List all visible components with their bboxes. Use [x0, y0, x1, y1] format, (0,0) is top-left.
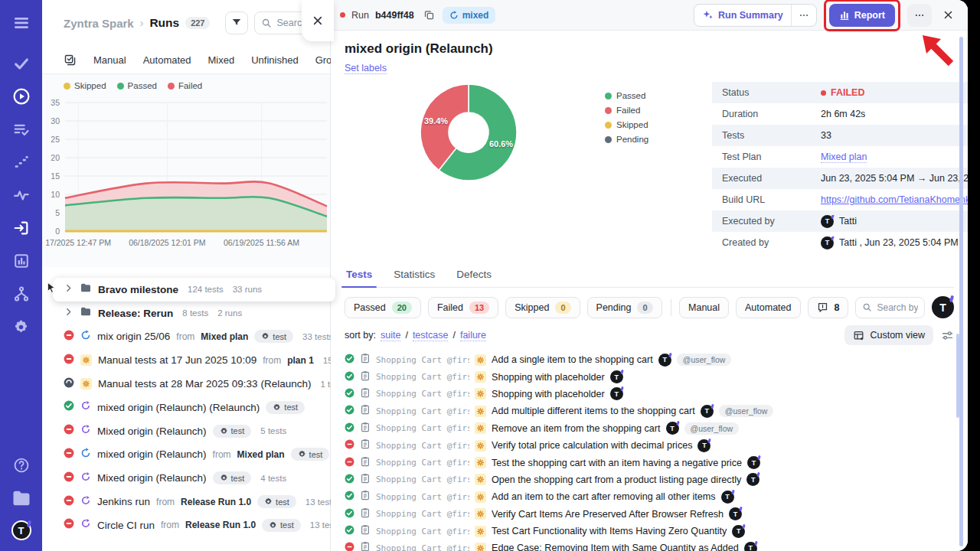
run-group-row[interactable]: Release: Rerun8 tests2 runs	[42, 302, 330, 325]
tab-manual[interactable]: Manual	[93, 54, 126, 66]
run-group-row[interactable]: Bravo milestone124 tests33 runs	[53, 278, 335, 302]
tab-statistics[interactable]: Statistics	[392, 264, 436, 287]
test-row[interactable]: Shopping Cart @firs...Edge Case: Removin…	[345, 540, 954, 551]
test-row[interactable]: Shopping Cart @firs...Verify total price…	[345, 437, 954, 454]
custom-view-button[interactable]: Custom view	[844, 325, 933, 345]
report-button[interactable]: Report	[829, 4, 895, 27]
passed-status-icon	[345, 370, 354, 384]
from-label: from	[176, 331, 194, 342]
refresh-blue-icon	[80, 448, 91, 461]
filter-pending-button[interactable]: Pending0	[587, 297, 662, 318]
run-row[interactable]: Manual tests at 28 Mar 2025 09:33 (Relau…	[42, 372, 330, 396]
run-row[interactable]: mixed origin (Relaunch)fromMixed plantes…	[42, 443, 330, 467]
tab-defects[interactable]: Defects	[455, 264, 493, 287]
run-row[interactable]: Jenkins runfromRelease Run 1.0test13 tes…	[42, 490, 330, 514]
refresh-icon	[449, 11, 459, 20]
pulse-icon[interactable]	[11, 184, 32, 206]
sidebar: T	[0, 0, 42, 551]
folder-icon[interactable]	[11, 487, 32, 509]
manual-test-icon	[475, 474, 486, 485]
test-row[interactable]: Shopping Cart @firs...Test the shopping …	[345, 454, 954, 471]
page-scrollbar[interactable]	[959, 37, 963, 546]
filter-button[interactable]	[225, 11, 248, 34]
assignee-avatar: T	[697, 439, 710, 452]
test-row[interactable]: Shopping Cart @firs...Open the shopping …	[345, 471, 954, 488]
steps-icon[interactable]	[11, 152, 32, 173]
close-icon	[942, 9, 954, 21]
help-icon[interactable]	[11, 455, 32, 476]
test-row[interactable]: Shopping Cart @firs...Test Cart Function…	[345, 523, 954, 540]
plan-link[interactable]: Mixed plan	[201, 331, 248, 342]
run-type-badge[interactable]: mixed	[443, 7, 496, 24]
test-row[interactable]: Shopping Cart @firs...Verify Cart Items …	[345, 506, 954, 523]
sparkles-icon	[702, 9, 714, 21]
test-plan-link[interactable]: Mixed plan	[821, 152, 867, 163]
filter-passed-button[interactable]: Passed20	[345, 297, 421, 318]
run-name: Mixed origin (Relaunch)	[97, 425, 207, 437]
filter-count-badge: 0	[555, 302, 570, 314]
run-row[interactable]: mixed origin (Relaunch) (Relaunch)test	[42, 396, 330, 419]
test-suite-path: Shopping Cart @firs...	[376, 389, 469, 399]
panel-close-button[interactable]	[302, 0, 334, 41]
test-row[interactable]: Shopping Cart @firs...Add a single item …	[345, 351, 954, 368]
plan-link[interactable]: Release Run 1.0	[185, 520, 256, 530]
menu-icon[interactable]	[11, 12, 32, 34]
plan-link[interactable]: plan 1	[287, 355, 314, 366]
check-icon[interactable]	[11, 53, 32, 74]
list-check-icon[interactable]	[11, 119, 32, 140]
tests-search[interactable]	[855, 297, 925, 318]
close-run-button[interactable]	[939, 6, 957, 24]
sort-by-suite[interactable]: suite	[381, 330, 400, 341]
test-row[interactable]: Shopping Cart @firs...Add an item to the…	[345, 488, 954, 505]
chevron-right-icon[interactable]	[64, 282, 74, 296]
user-avatar[interactable]: T	[11, 520, 31, 540]
more-actions-button[interactable]	[907, 4, 932, 27]
filter-automated-button[interactable]: Automated	[736, 297, 800, 318]
plan-link[interactable]: Mixed plan	[237, 449, 285, 460]
filter-count-badge: 0	[637, 302, 652, 314]
run-row[interactable]: mix origin 25/06fromMixed plantest33 tes…	[42, 325, 330, 349]
plan-link[interactable]: Release Run 1.0	[181, 497, 251, 507]
test-row[interactable]: Shopping Cart @firs...Shopping with plac…	[345, 386, 954, 403]
manual-test-icon	[475, 526, 486, 537]
tab-unfinished[interactable]: Unfinished	[251, 54, 298, 66]
group-tests-count: 124 tests	[188, 285, 224, 294]
run-row[interactable]: Mixed origin (Relaunch)test4 tests	[42, 466, 330, 490]
run-row[interactable]: Mixed origin (Relaunch)test5 tests	[42, 419, 330, 443]
set-labels-link[interactable]: Set labels	[345, 63, 387, 74]
select-all-icon[interactable]	[64, 54, 77, 67]
build-url-link[interactable]: https://github.com/TetianaKhomenko/Load-…	[821, 194, 968, 205]
run-tests-count: 5 tests	[260, 426, 286, 435]
chart-box-icon[interactable]	[11, 250, 32, 272]
import-box-icon[interactable]	[11, 217, 32, 239]
assignee-avatar[interactable]: T	[932, 296, 954, 318]
sort-by-failure[interactable]: failure	[460, 330, 486, 341]
filter-skipped-button[interactable]: Skipped0	[505, 297, 580, 318]
filter-manual-button[interactable]: Manual	[679, 297, 729, 318]
detail-value: FAILED	[821, 87, 864, 98]
sort-by-testcase[interactable]: testcase	[413, 330, 449, 341]
test-row[interactable]: Shopping Cart @firs...Shopping with plac…	[345, 368, 954, 385]
branch-icon[interactable]	[11, 283, 32, 305]
test-row[interactable]: Shopping Cart @firs...Remove an item fro…	[345, 420, 954, 437]
tab-tests[interactable]: Tests	[345, 264, 374, 287]
run-summary-button[interactable]: Run Summary	[694, 5, 791, 26]
tests-search-input[interactable]	[877, 302, 918, 313]
chevron-right-icon[interactable]	[64, 306, 74, 320]
comments-filter-button[interactable]: 8	[808, 297, 849, 318]
breadcrumb-project[interactable]: Zyntra Spark	[64, 17, 134, 30]
play-circle-icon[interactable]	[11, 86, 32, 107]
detail-value: Jun 23, 2025 5:04 PM → Jun 23, 2025 5:52…	[821, 173, 968, 184]
test-row[interactable]: Shopping Cart @firs...Add multiple diffe…	[345, 403, 954, 419]
testcase-icon	[360, 404, 371, 418]
tab-automated[interactable]: Automated	[143, 54, 191, 66]
filter-failed-button[interactable]: Failed13	[428, 297, 498, 318]
run-row[interactable]: Manual tests at 17 Jun 2025 10:09frompla…	[42, 348, 330, 372]
copy-run-id-button[interactable]	[422, 8, 436, 22]
run-row[interactable]: Circle CI runfromRelease Run 1.0test13 t…	[42, 514, 330, 537]
test-list-scrollbar[interactable]	[956, 334, 959, 418]
run-summary-more-button[interactable]	[791, 5, 816, 26]
view-settings-button[interactable]	[941, 329, 954, 342]
gear-icon[interactable]	[11, 316, 32, 337]
tab-mixed[interactable]: Mixed	[208, 54, 235, 66]
